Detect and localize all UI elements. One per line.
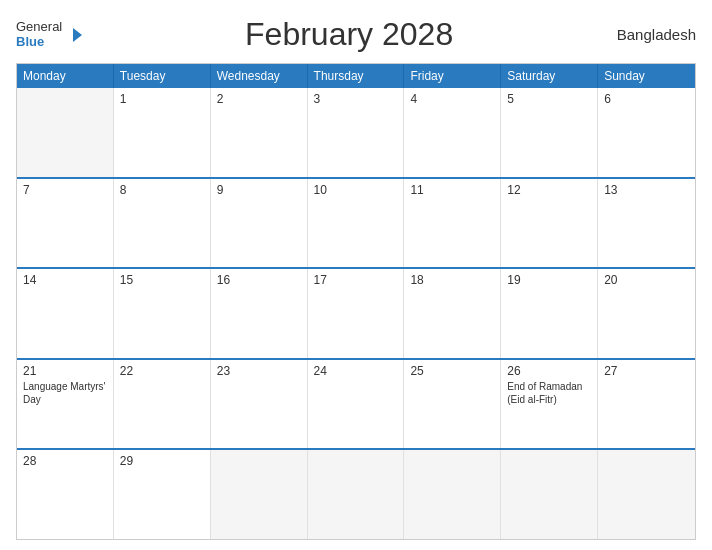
day-cell-21: 21 Language Martyrs' Day	[17, 360, 114, 449]
day-cell-18: 18	[404, 269, 501, 358]
week-row-5: 28 29	[17, 448, 695, 539]
calendar-weekday-header: Monday Tuesday Wednesday Thursday Friday…	[17, 64, 695, 88]
event-eid-al-fitr: End of Ramadan (Eid al-Fitr)	[507, 380, 591, 406]
day-cell-28: 28	[17, 450, 114, 539]
header-tuesday: Tuesday	[114, 64, 211, 88]
day-cell-13: 13	[598, 179, 695, 268]
day-cell-26: 26 End of Ramadan (Eid al-Fitr)	[501, 360, 598, 449]
day-cell-9: 9	[211, 179, 308, 268]
day-cell-17: 17	[308, 269, 405, 358]
header-wednesday: Wednesday	[211, 64, 308, 88]
day-cell-15: 15	[114, 269, 211, 358]
svg-marker-0	[73, 28, 82, 42]
header-sunday: Sunday	[598, 64, 695, 88]
logo-general-text: General	[16, 20, 62, 34]
day-cell-16: 16	[211, 269, 308, 358]
day-cell-11: 11	[404, 179, 501, 268]
day-cell-empty-w5-7	[598, 450, 695, 539]
header-thursday: Thursday	[308, 64, 405, 88]
day-cell-8: 8	[114, 179, 211, 268]
day-cell-5: 5	[501, 88, 598, 177]
country-label: Bangladesh	[616, 26, 696, 43]
event-language-martyrs-day: Language Martyrs' Day	[23, 380, 107, 406]
day-cell-10: 10	[308, 179, 405, 268]
day-cell-empty-w5-5	[404, 450, 501, 539]
calendar-header: General Blue February 2028 Bangladesh	[16, 16, 696, 53]
day-cell-4: 4	[404, 88, 501, 177]
week-row-3: 14 15 16 17 18 19 20	[17, 267, 695, 358]
week-row-2: 7 8 9 10 11 12 13	[17, 177, 695, 268]
day-cell-empty-w5-4	[308, 450, 405, 539]
day-cell-7: 7	[17, 179, 114, 268]
calendar-container: General Blue February 2028 Bangladesh Mo…	[0, 0, 712, 550]
day-cell-3: 3	[308, 88, 405, 177]
week-row-4: 21 Language Martyrs' Day 22 23 24 25 26 …	[17, 358, 695, 449]
day-cell-14: 14	[17, 269, 114, 358]
day-cell-6: 6	[598, 88, 695, 177]
day-cell-24: 24	[308, 360, 405, 449]
day-cell-20: 20	[598, 269, 695, 358]
day-cell-empty	[17, 88, 114, 177]
header-friday: Friday	[404, 64, 501, 88]
day-cell-1: 1	[114, 88, 211, 177]
day-cell-empty-w5-3	[211, 450, 308, 539]
day-cell-empty-w5-6	[501, 450, 598, 539]
calendar-body: 1 2 3 4 5 6 7 8 9 10 11 12 13 14 15	[17, 88, 695, 539]
week-row-1: 1 2 3 4 5 6	[17, 88, 695, 177]
logo-flag-icon	[64, 26, 82, 44]
day-cell-22: 22	[114, 360, 211, 449]
day-cell-27: 27	[598, 360, 695, 449]
logo-blue-text: Blue	[16, 35, 62, 49]
day-cell-25: 25	[404, 360, 501, 449]
day-cell-19: 19	[501, 269, 598, 358]
calendar-grid: Monday Tuesday Wednesday Thursday Friday…	[16, 63, 696, 540]
logo: General Blue	[16, 20, 82, 49]
day-cell-23: 23	[211, 360, 308, 449]
header-monday: Monday	[17, 64, 114, 88]
day-cell-2: 2	[211, 88, 308, 177]
day-cell-29: 29	[114, 450, 211, 539]
header-saturday: Saturday	[501, 64, 598, 88]
calendar-title: February 2028	[82, 16, 616, 53]
day-cell-12: 12	[501, 179, 598, 268]
